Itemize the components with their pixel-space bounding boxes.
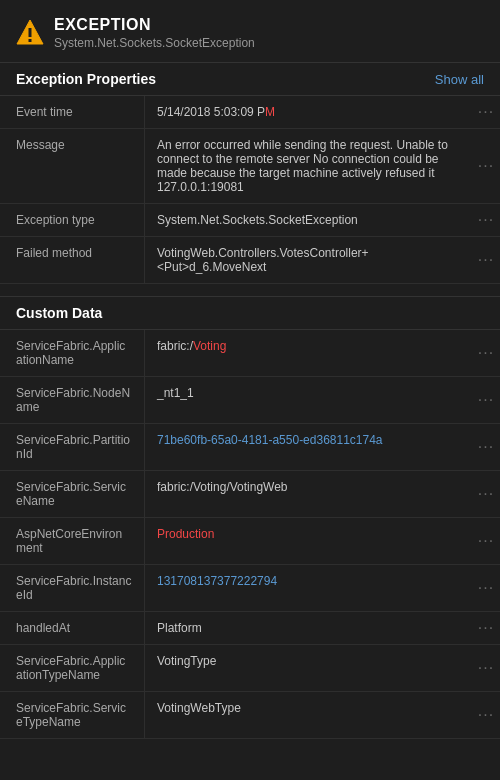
highlight-m: M	[265, 105, 275, 119]
warning-icon	[16, 18, 44, 46]
prop-value-app-type-name: VotingType	[145, 645, 472, 691]
row-menu-failed-method[interactable]: ···	[472, 237, 500, 283]
prop-value-service-name: fabric:/Voting/VotingWeb	[145, 471, 472, 517]
prop-key-partition-id: ServiceFabric.PartitionId	[0, 424, 145, 470]
prop-key-instance-id: ServiceFabric.InstanceId	[0, 565, 145, 611]
prop-key-aspnet-env: AspNetCoreEnvironment	[0, 518, 145, 564]
row-menu-message[interactable]: ···	[472, 129, 500, 203]
exception-header: EXCEPTION System.Net.Sockets.SocketExcep…	[0, 0, 500, 62]
table-row: ServiceFabric.PartitionId 71be60fb-65a0-…	[0, 424, 500, 471]
exception-title-block: EXCEPTION System.Net.Sockets.SocketExcep…	[54, 16, 255, 50]
prop-value-instance-id: 131708137377222794	[145, 565, 472, 611]
prop-key-app-type-name: ServiceFabric.ApplicationTypeName	[0, 645, 145, 691]
prop-key-failed-method: Failed method	[0, 237, 145, 283]
table-row: ServiceFabric.ApplicationTypeName Voting…	[0, 645, 500, 692]
row-menu-app-type-name[interactable]: ···	[472, 645, 500, 691]
table-row: ServiceFabric.ApplicationName fabric:/Vo…	[0, 330, 500, 377]
instance-id-link[interactable]: 131708137377222794	[157, 574, 277, 588]
prop-key-message: Message	[0, 129, 145, 203]
row-menu-aspnet-env[interactable]: ···	[472, 518, 500, 564]
prop-value-service-type-name: VotingWebType	[145, 692, 472, 738]
partition-id-link[interactable]: 71be60fb-65a0-4181-a550-ed36811c174a	[157, 433, 383, 447]
prop-value-app-name: fabric:/Voting	[145, 330, 472, 376]
custom-data-header: Custom Data	[0, 296, 500, 330]
prop-value-message: An error occurred while sending the requ…	[145, 129, 472, 203]
table-row: Failed method VotingWeb.Controllers.Vote…	[0, 237, 500, 284]
row-menu-exception-type[interactable]: ···	[472, 204, 500, 236]
row-menu-handled-at[interactable]: ···	[472, 612, 500, 644]
table-row: ServiceFabric.ServiceName fabric:/Voting…	[0, 471, 500, 518]
table-row: Message An error occurred while sending …	[0, 129, 500, 204]
exception-properties-title: Exception Properties	[16, 71, 156, 87]
exception-type-subheading: System.Net.Sockets.SocketException	[54, 36, 255, 50]
prop-key-node-name: ServiceFabric.NodeName	[0, 377, 145, 423]
table-row: ServiceFabric.NodeName _nt1_1 ···	[0, 377, 500, 424]
prop-key-handled-at: handledAt	[0, 612, 145, 644]
prop-value-event-time: 5/14/2018 5:03:09 PM	[145, 96, 472, 128]
exception-properties-header: Exception Properties Show all	[0, 62, 500, 96]
table-row: Exception type System.Net.Sockets.Socket…	[0, 204, 500, 237]
row-menu-service-name[interactable]: ···	[472, 471, 500, 517]
row-menu-instance-id[interactable]: ···	[472, 565, 500, 611]
prop-value-partition-id: 71be60fb-65a0-4181-a550-ed36811c174a	[145, 424, 472, 470]
row-menu-node-name[interactable]: ···	[472, 377, 500, 423]
prop-value-exception-type: System.Net.Sockets.SocketException	[145, 204, 472, 236]
highlight-voting: Voting	[193, 339, 226, 353]
row-menu-event-time[interactable]: ···	[472, 96, 500, 128]
show-all-link[interactable]: Show all	[435, 72, 484, 87]
custom-data-title: Custom Data	[16, 305, 102, 321]
prop-key-service-type-name: ServiceFabric.ServiceTypeName	[0, 692, 145, 738]
prop-value-failed-method: VotingWeb.Controllers.VotesController+<P…	[145, 237, 472, 283]
prop-key-app-name: ServiceFabric.ApplicationName	[0, 330, 145, 376]
table-row: AspNetCoreEnvironment Production ···	[0, 518, 500, 565]
row-menu-app-name[interactable]: ···	[472, 330, 500, 376]
table-row: ServiceFabric.InstanceId 131708137377222…	[0, 565, 500, 612]
prop-value-aspnet-env: Production	[145, 518, 472, 564]
svg-rect-2	[29, 39, 32, 42]
prop-key-exception-type: Exception type	[0, 204, 145, 236]
row-menu-service-type-name[interactable]: ···	[472, 692, 500, 738]
custom-data-table: ServiceFabric.ApplicationName fabric:/Vo…	[0, 330, 500, 739]
row-menu-partition-id[interactable]: ···	[472, 424, 500, 470]
highlight-production: Production	[157, 527, 214, 541]
prop-key-event-time: Event time	[0, 96, 145, 128]
prop-key-service-name: ServiceFabric.ServiceName	[0, 471, 145, 517]
exception-properties-table: Event time 5/14/2018 5:03:09 PM ··· Mess…	[0, 96, 500, 284]
table-row: handledAt Platform ···	[0, 612, 500, 645]
exception-label: EXCEPTION	[54, 16, 255, 34]
svg-rect-1	[29, 28, 32, 37]
prop-value-node-name: _nt1_1	[145, 377, 472, 423]
table-row: ServiceFabric.ServiceTypeName VotingWebT…	[0, 692, 500, 739]
prop-value-handled-at: Platform	[145, 612, 472, 644]
table-row: Event time 5/14/2018 5:03:09 PM ···	[0, 96, 500, 129]
